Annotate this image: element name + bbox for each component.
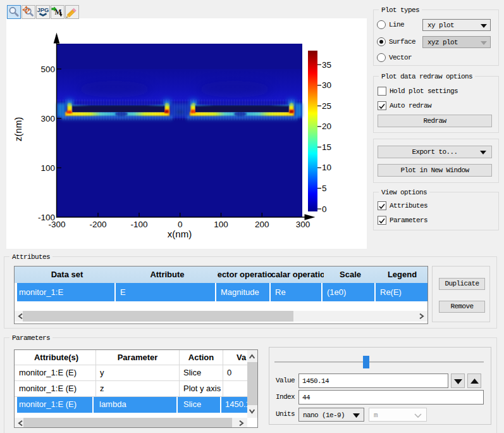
svg-text:-200: -200 bbox=[89, 220, 106, 229]
svg-text:z(nm): z(nm) bbox=[13, 117, 23, 141]
svg-text:300: 300 bbox=[296, 220, 310, 229]
svg-text:500: 500 bbox=[40, 65, 55, 74]
svg-text:300: 300 bbox=[40, 114, 55, 123]
svg-text:0: 0 bbox=[178, 220, 183, 229]
svg-text:20: 20 bbox=[322, 122, 331, 131]
svg-text:30: 30 bbox=[322, 80, 331, 90]
svg-text:0: 0 bbox=[322, 204, 327, 214]
svg-text:JPG: JPG bbox=[37, 6, 49, 13]
svg-text:-100: -100 bbox=[130, 220, 147, 229]
svg-text:x(nm): x(nm) bbox=[168, 229, 192, 239]
svg-text:15: 15 bbox=[322, 142, 331, 152]
svg-text:5: 5 bbox=[322, 184, 327, 193]
svg-text:-300: -300 bbox=[48, 220, 65, 229]
svg-text:25: 25 bbox=[322, 101, 331, 111]
svg-text:35: 35 bbox=[322, 60, 331, 70]
svg-text:200: 200 bbox=[255, 220, 269, 229]
svg-text:100: 100 bbox=[40, 163, 55, 173]
svg-text:10: 10 bbox=[322, 163, 331, 172]
svg-text:100: 100 bbox=[214, 220, 228, 229]
